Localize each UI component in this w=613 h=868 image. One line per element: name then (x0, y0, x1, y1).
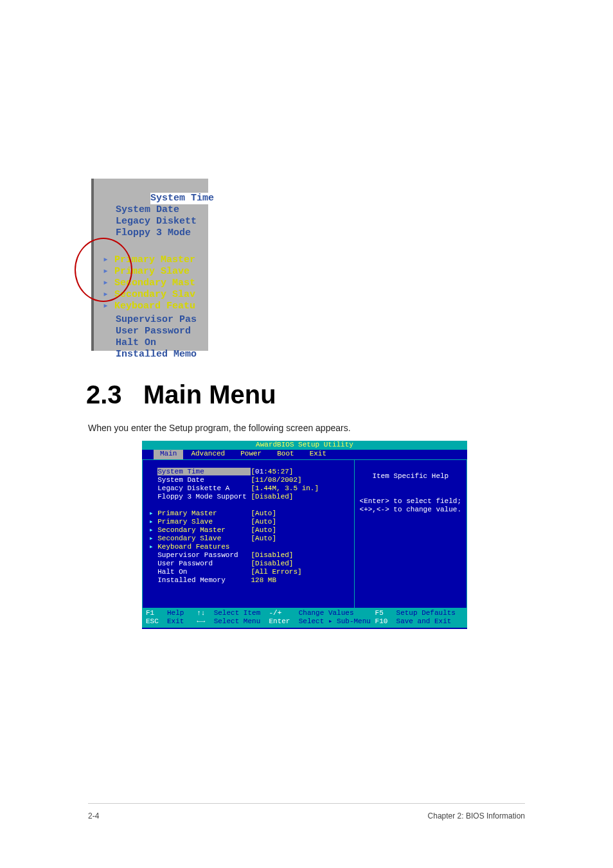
bios-item-value: 128 MB (251, 576, 276, 584)
bios-item-row[interactable]: Legacy Diskette A (157, 484, 251, 492)
bios-menubar: Main Advanced Power Boot Exit (142, 450, 467, 459)
bios-footer: F1 Help ↑↓ Select Item -/+ Change Values… (142, 608, 467, 628)
bios-item-row[interactable]: System Time (157, 468, 251, 475)
snippet-selected-row: System Time (150, 193, 214, 204)
heading-text: Main Menu (143, 380, 276, 409)
tab-main[interactable]: Main (154, 450, 183, 459)
bios-item-value: [Disabled] (251, 551, 293, 559)
snippet-row: User Password (116, 326, 191, 337)
key-f5: F5 (375, 609, 384, 617)
key-enter: Enter (269, 617, 290, 625)
triangle-icon: ▸ (103, 301, 114, 312)
bios-item-value: [Disabled] (251, 493, 293, 500)
help-line: <Enter> to select field; (360, 497, 461, 505)
footer-select-item: Select Item (214, 609, 261, 617)
bios-item-row[interactable]: Secondary Slave (157, 535, 251, 542)
bios-item-row[interactable]: Secondary Master (157, 526, 251, 534)
page-number: 2-4 (88, 811, 99, 820)
bios-item-row[interactable]: User Password (157, 560, 251, 567)
key-pm: -/+ (269, 609, 281, 617)
snippet-row: Floppy 3 Mode (116, 227, 191, 238)
footer-select-submenu: Select ▸ Sub-Menu (299, 617, 371, 625)
bios-item-row[interactable]: Primary Slave (157, 518, 251, 526)
help-line: <+>,<-> to change value. (360, 506, 461, 513)
bios-help-panel: Item Specific Help <Enter> to select fie… (354, 459, 467, 608)
tab-advanced[interactable]: Advanced (183, 450, 233, 459)
snippet-row: Halt On (116, 337, 156, 348)
arrows-v-icon: ↑↓ (197, 609, 205, 617)
snippet-row: Installed Memo (116, 349, 197, 360)
arrows-h-icon: ←→ (197, 617, 205, 625)
bios-item-value: [Auto] (251, 526, 276, 534)
snippet-row: Supervisor Pas (116, 314, 197, 325)
bios-item-row[interactable]: Floppy 3 Mode Support (157, 493, 251, 500)
bios-item-row[interactable]: Primary Master (157, 509, 251, 517)
bios-item-row[interactable]: Supervisor Password (157, 551, 251, 559)
snippet-row: Legacy Diskett (116, 216, 197, 227)
bios-item-value: [11/08/2002] (251, 476, 301, 484)
bios-item-row[interactable]: System Date (157, 476, 251, 484)
snippet-row: System Date (116, 204, 179, 215)
bios-title: AwardBIOS Setup Utility (142, 441, 467, 450)
chapter-label: Chapter 2: BIOS Information (428, 811, 525, 820)
bios-item-row[interactable]: Keyboard Features (157, 543, 251, 551)
bios-item-row[interactable]: Halt On (157, 568, 251, 576)
footer-setup-defaults: Setup Defaults (396, 609, 456, 617)
tab-power[interactable]: Power (233, 450, 269, 459)
key-f10: F10 (375, 617, 388, 625)
footer-help: Help (167, 609, 184, 617)
bios-item-value: [Disabled] (251, 560, 293, 567)
bios-item-value: [Auto] (251, 518, 276, 526)
bios-snippet-image: System Time System Date Legacy Diskett F… (91, 179, 208, 351)
footer-select-menu: Select Menu (214, 617, 261, 625)
key-esc: ESC (146, 617, 159, 625)
footer-save-exit: Save and Exit (396, 617, 452, 625)
bios-item-value: [All Errors] (251, 568, 301, 576)
snippet-submenu-row: Secondary Slav (114, 289, 195, 300)
key-f1: F1 (146, 609, 154, 617)
bios-item-value: [Auto] (251, 535, 276, 542)
bios-item-value: [1.44M, 3.5 in.] (251, 484, 319, 492)
tab-exit[interactable]: Exit (302, 450, 334, 459)
footer-change-values: Change Values (299, 609, 354, 617)
heading-number: 2.3 (86, 380, 122, 409)
bios-screenshot: AwardBIOS Setup Utility Main Advanced Po… (142, 441, 467, 629)
bios-item-row[interactable]: Installed Memory (157, 576, 251, 584)
body-paragraph: When you enter the Setup program, the fo… (88, 423, 351, 433)
footer-rule (88, 803, 525, 804)
footer-exit: Exit (167, 617, 184, 625)
red-circle-annotation (75, 238, 132, 302)
help-title: Item Specific Help (372, 472, 449, 480)
bios-item-value: [Auto] (251, 509, 276, 517)
bios-item-value: [01:45:27] (251, 468, 293, 475)
section-heading: 2.3 Main Menu (86, 380, 276, 409)
bios-items-panel: System Time [01:45:27] System Date [11/0… (142, 459, 354, 608)
tab-boot[interactable]: Boot (269, 450, 301, 459)
